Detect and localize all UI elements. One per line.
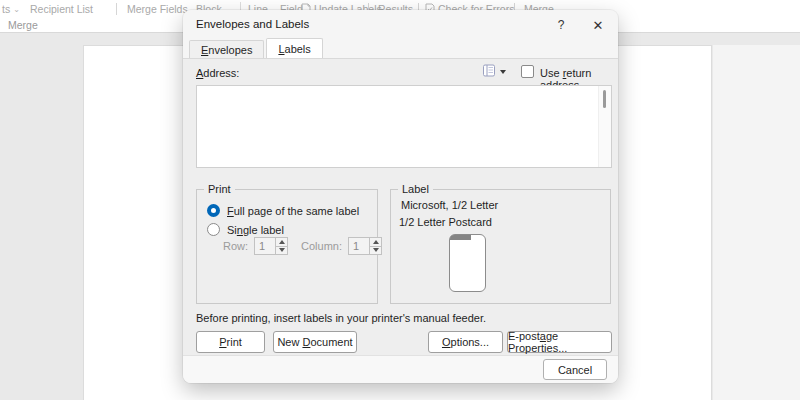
column-spinner: 1	[348, 237, 382, 255]
envelopes-and-labels-dialog: Envelopes and Labels ? ✕ Envelopes Label…	[183, 10, 618, 383]
use-return-address-checkbox[interactable]	[521, 65, 534, 78]
label-group-title: Label	[398, 183, 433, 195]
address-scrollbar[interactable]	[598, 86, 611, 167]
column-label: Column:	[301, 240, 342, 252]
ribbon-item-recipient-list: Recipient List	[30, 3, 93, 15]
insert-address-button[interactable]	[482, 63, 514, 80]
help-button[interactable]: ?	[551, 15, 571, 35]
single-label-option[interactable]: Single label	[207, 223, 284, 236]
epostage-properties-button[interactable]: E-postage Properties...	[507, 331, 612, 353]
feeder-note: Before printing, insert labels in your p…	[196, 312, 486, 324]
address-scrollbar-thumb[interactable]	[603, 90, 606, 108]
row-value: 1	[255, 238, 275, 254]
row-spinner: 1	[254, 237, 288, 255]
row-column-controls: Row: 1 Column: 1	[223, 237, 382, 255]
chevron-down-icon: ⌄	[13, 5, 20, 14]
options-button[interactable]: Options...	[428, 331, 503, 353]
document-right-margin	[713, 45, 800, 400]
label-vendor: Microsoft, 1/2 Letter	[401, 199, 498, 211]
address-book-icon	[482, 64, 496, 79]
dialog-title: Envelopes and Labels	[196, 18, 309, 30]
ribbon-group-label-merge: Merge	[8, 19, 38, 31]
label-type: 1/2 Letter Postcard	[399, 216, 492, 228]
close-icon[interactable]: ✕	[588, 15, 608, 35]
labels-tab-panel: Address: Use return address Print	[183, 58, 618, 355]
full-page-radio[interactable]	[207, 204, 220, 217]
new-document-button[interactable]: New Document	[273, 331, 357, 353]
column-value: 1	[349, 238, 369, 254]
label-preview-bar	[450, 235, 471, 240]
ribbon-item-merge-fields: Merge Fields	[127, 3, 188, 15]
column-spinner-up-icon	[370, 238, 381, 247]
address-label: Address:	[196, 67, 239, 79]
cancel-button[interactable]: Cancel	[543, 359, 607, 380]
single-label-radio[interactable]	[207, 223, 220, 236]
ribbon-separator	[116, 3, 117, 15]
row-spinner-down-icon	[276, 247, 287, 255]
row-label: Row:	[223, 240, 248, 252]
dialog-footer: Cancel	[183, 355, 618, 383]
word-window: ts⌄ Recipient List Merge Fields Block Li…	[0, 0, 800, 400]
address-input[interactable]	[196, 85, 612, 168]
full-page-option[interactable]: Full page of the same label	[207, 204, 359, 217]
label-preview-image	[449, 234, 486, 292]
tab-envelopes[interactable]: Envelopes	[189, 40, 264, 58]
print-button[interactable]: Print	[196, 331, 265, 353]
print-group: Print Full page of the same label Single…	[196, 189, 378, 304]
dialog-tabs: Envelopes Labels	[189, 40, 325, 58]
column-spinner-down-icon	[370, 247, 381, 255]
row-spinner-up-icon	[276, 238, 287, 247]
address-dropdown-icon[interactable]	[500, 70, 506, 74]
label-group: Label Microsoft, 1/2 Letter 1/2 Letter P…	[390, 189, 611, 304]
ribbon-item-recipients: ts⌄	[2, 3, 20, 15]
tab-labels[interactable]: Labels	[266, 38, 322, 58]
print-group-title: Print	[204, 183, 235, 195]
